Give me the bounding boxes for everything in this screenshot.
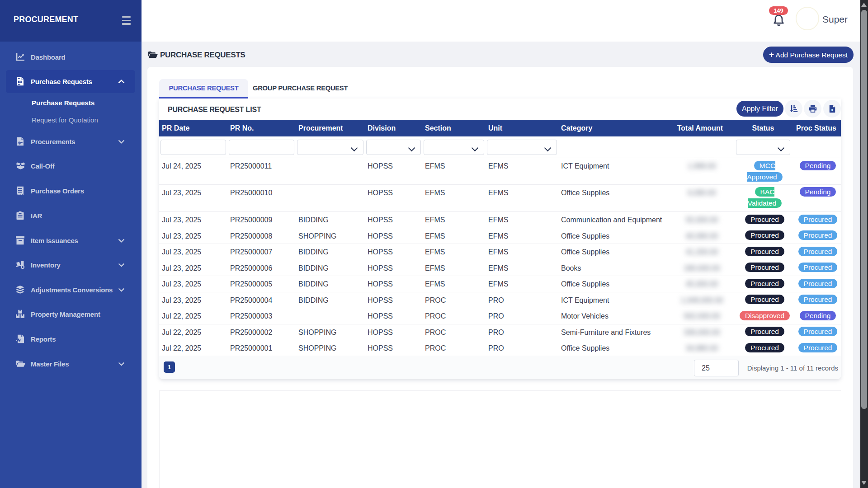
svg-text:x: x <box>831 107 834 112</box>
